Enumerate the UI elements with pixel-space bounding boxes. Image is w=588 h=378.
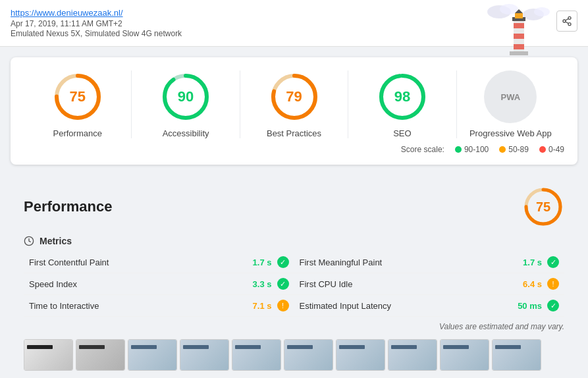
thumb-3 xyxy=(128,339,177,371)
performance-circle: 75 xyxy=(51,70,104,123)
share-button[interactable] xyxy=(556,11,577,32)
pwa-circle: PWA xyxy=(484,70,537,123)
values-note: Values are estimated and may vary. xyxy=(24,322,564,331)
score-seo[interactable]: 98 SEO xyxy=(348,70,456,138)
metric-name-fmp: First Meaningful Paint xyxy=(300,257,511,267)
metric-value-fcp: 1.7 s xyxy=(246,257,272,267)
metric-first-cpu-idle: First CPU Idle 6.4 s ! xyxy=(294,273,565,295)
performance-header: Performance 75 xyxy=(24,186,564,228)
best-practices-label: Best Practices xyxy=(267,128,321,138)
seo-value: 98 xyxy=(394,88,410,105)
best-practices-circle: 79 xyxy=(268,70,321,123)
score-scale: Score scale: 90-100 50-89 0-49 xyxy=(11,138,577,157)
performance-score-value: 75 xyxy=(536,200,550,215)
metric-time-to-interactive: Time to Interactive 7.1 s ! xyxy=(24,295,294,317)
thumb-9 xyxy=(440,339,489,371)
svg-point-3 xyxy=(534,7,550,16)
metric-icon-eil: ✓ xyxy=(547,300,559,311)
accessibility-value: 90 xyxy=(178,88,194,105)
metric-icon-fci: ! xyxy=(547,278,559,290)
thumb-7 xyxy=(336,339,385,371)
pwa-full-label: Progressive Web App xyxy=(469,128,552,138)
metric-value-eil: 50 ms xyxy=(516,301,542,311)
svg-line-16 xyxy=(566,18,569,20)
performance-value: 75 xyxy=(69,88,85,105)
metric-value-fci: 6.4 s xyxy=(516,279,542,289)
metric-name-si: Speed Index xyxy=(29,279,240,289)
score-performance[interactable]: 75 Performance xyxy=(24,70,132,138)
metric-name-fci: First CPU Idle xyxy=(300,279,511,289)
red-dot xyxy=(539,146,546,153)
thumb-5 xyxy=(232,339,281,371)
score-accessibility[interactable]: 90 Accessibility xyxy=(132,70,240,138)
green-dot xyxy=(455,146,462,153)
scale-heading: Score scale: xyxy=(401,145,444,154)
performance-label: Performance xyxy=(53,128,101,138)
svg-point-14 xyxy=(568,23,571,26)
timer-icon xyxy=(24,236,34,246)
svg-rect-7 xyxy=(514,44,524,49)
thumbnails-row xyxy=(24,339,564,371)
seo-label: SEO xyxy=(393,128,411,138)
seo-circle: 98 xyxy=(376,70,429,123)
scale-red-label: 0-49 xyxy=(548,145,564,154)
metrics-label: Metrics xyxy=(40,236,72,246)
metrics-heading: Metrics xyxy=(24,236,564,246)
svg-point-12 xyxy=(568,16,571,19)
scale-orange-label: 50-89 xyxy=(508,145,529,154)
metrics-grid: First Contentful Paint 1.7 s ✓ First Mea… xyxy=(24,252,564,317)
thumb-10 xyxy=(492,339,541,371)
metric-icon-fcp: ✓ xyxy=(277,256,289,268)
metric-speed-index: Speed Index 3.3 s ✓ xyxy=(24,273,294,295)
svg-rect-11 xyxy=(510,51,528,55)
scores-row: 75 Performance 90 Accessibility xyxy=(11,70,577,138)
score-best-practices[interactable]: 79 Best Practices xyxy=(240,70,348,138)
metric-value-si: 3.3 s xyxy=(246,279,272,289)
header: https://www.denieuwezaak.nl/ Apr 17, 201… xyxy=(0,0,588,47)
site-url[interactable]: https://www.denieuwezaak.nl/ xyxy=(11,8,123,18)
metric-first-contentful-paint: First Contentful Paint 1.7 s ✓ xyxy=(24,252,294,273)
best-practices-value: 79 xyxy=(286,88,302,105)
thumb-6 xyxy=(284,339,333,371)
metric-value-tti: 7.1 s xyxy=(246,301,272,311)
svg-line-15 xyxy=(566,22,569,24)
accessibility-circle: 90 xyxy=(159,70,212,123)
performance-score-circle: 75 xyxy=(522,186,564,228)
metric-name-eil: Estimated Input Latency xyxy=(300,301,511,311)
orange-dot xyxy=(499,146,506,153)
svg-rect-6 xyxy=(514,34,524,39)
thumb-2 xyxy=(76,339,125,371)
svg-point-13 xyxy=(563,20,566,22)
thumb-4 xyxy=(180,339,229,371)
performance-section: Performance 75 Metrics First Contentful … xyxy=(11,175,577,378)
lighthouse-illustration xyxy=(486,0,552,66)
scale-green-label: 90-100 xyxy=(464,145,489,154)
metric-name-tti: Time to Interactive xyxy=(29,301,240,311)
metric-input-latency: Estimated Input Latency 50 ms ✓ xyxy=(294,295,565,317)
score-pwa[interactable]: PWA Progressive Web App xyxy=(457,70,564,138)
metric-icon-fmp: ✓ xyxy=(547,256,559,268)
scale-green: 90-100 xyxy=(455,145,489,154)
performance-title: Performance xyxy=(24,198,113,215)
thumb-1 xyxy=(24,339,73,371)
svg-rect-9 xyxy=(515,13,523,18)
metric-name-fcp: First Contentful Paint xyxy=(29,257,240,267)
metric-first-meaningful-paint: First Meaningful Paint 1.7 s ✓ xyxy=(294,252,565,273)
pwa-label: PWA xyxy=(501,92,521,102)
scores-card: 75 Performance 90 Accessibility xyxy=(11,57,577,165)
thumb-8 xyxy=(388,339,437,371)
accessibility-label: Accessibility xyxy=(163,128,209,138)
metric-icon-tti: ! xyxy=(277,300,289,311)
metric-icon-si: ✓ xyxy=(277,278,289,290)
scale-red: 0-49 xyxy=(539,145,564,154)
metric-value-fmp: 1.7 s xyxy=(516,257,542,267)
scale-orange: 50-89 xyxy=(499,145,529,154)
svg-rect-5 xyxy=(514,23,524,28)
